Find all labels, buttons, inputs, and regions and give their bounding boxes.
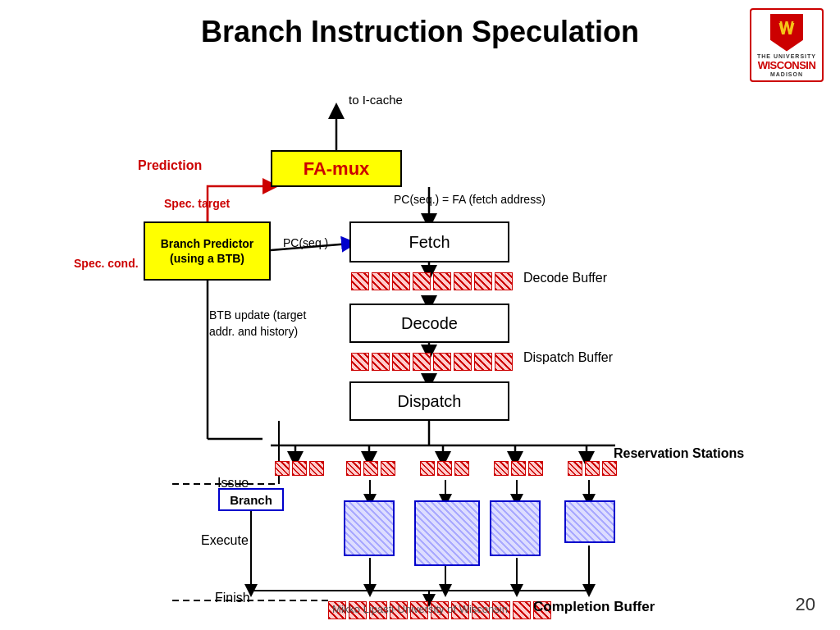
decode-buffer-label: Decode Buffer (523, 271, 607, 285)
decode-box: Decode (349, 304, 509, 343)
decode-buffer-cell (474, 272, 492, 290)
rs-cell (381, 461, 395, 476)
dispatch-buffer-cell (495, 353, 513, 371)
rs-cell (292, 461, 307, 476)
shield-icon: W (770, 14, 803, 52)
completion-buffer-label: Completion Buffer (533, 599, 655, 615)
rs-group-5 (568, 461, 617, 476)
btb-update-label: BTB update (target addr. and history) (209, 308, 316, 340)
decode-buffer-cell (495, 272, 513, 290)
rs-cell (346, 461, 361, 476)
execute-box-2 (414, 500, 480, 566)
dispatch-buffer-cell (474, 353, 492, 371)
rs-group-4 (494, 461, 543, 476)
decode-buffer-cell (433, 272, 451, 290)
dispatch-buffer-cell (351, 353, 369, 371)
branch-box: Branch (218, 488, 284, 511)
dispatch-buffer-cell (392, 353, 410, 371)
logo-university-text: THE UNIVERSITY (757, 53, 816, 59)
rs-group-3 (420, 461, 469, 476)
dispatch-buffer-cell (454, 353, 472, 371)
footer-text: Mikko Lipasti-University of Wisconsin (332, 603, 508, 615)
execute-box-1 (344, 500, 395, 556)
rs-cell (511, 461, 526, 476)
rs-cell (494, 461, 509, 476)
to-icache-label: to I-cache (349, 93, 403, 107)
execute-box-3 (490, 500, 541, 556)
rs-cell (309, 461, 324, 476)
pc-seq-eq-label: PC(seq.) = FA (fetch address) (394, 193, 546, 206)
pc-seq-label: PC(seq.) (283, 236, 328, 249)
dispatch-buffer-cell (433, 353, 451, 371)
prediction-label: Prediction (138, 158, 202, 173)
rs-group-2 (346, 461, 395, 476)
rs-cell (437, 461, 452, 476)
rs-cell (528, 461, 543, 476)
comp-cell (513, 601, 531, 619)
slide: Branch Instruction Speculation W THE UNI… (0, 0, 840, 630)
execute-label: Execute (201, 533, 249, 548)
execute-box-4 (564, 500, 615, 543)
rs-cell (275, 461, 290, 476)
dispatch-box: Dispatch (349, 381, 509, 421)
rs-cell (454, 461, 469, 476)
diagram: to I-cache PC(seq.) = FA (fetch address)… (0, 62, 840, 619)
branch-predictor-box: Branch Predictor (using a BTB) (144, 221, 271, 281)
rs-cell (363, 461, 378, 476)
decode-buffer-cell (372, 272, 390, 290)
rs-cell (602, 461, 617, 476)
decode-buffer-cell (454, 272, 472, 290)
fa-mux-box: FA-mux (271, 150, 402, 187)
rs-cell (568, 461, 582, 476)
page-number: 20 (796, 594, 815, 615)
dispatch-buffer-label: Dispatch Buffer (523, 350, 613, 365)
dispatch-buffer-cell (413, 353, 431, 371)
dispatch-buffer-cell (372, 353, 390, 371)
slide-title: Branch Instruction Speculation (0, 0, 840, 49)
reservation-stations-label: Reservation Stations (614, 445, 744, 463)
spec-target-label: Spec. target (164, 197, 230, 210)
decode-buffer-cell (351, 272, 369, 290)
decode-buffer-cell (392, 272, 410, 290)
rs-cell (585, 461, 600, 476)
dispatch-buffer-row (351, 353, 513, 371)
rs-group-1 (275, 461, 324, 476)
finish-label: Finish (215, 591, 250, 605)
spec-cond-label: Spec. cond. (74, 257, 139, 270)
rs-cell (420, 461, 435, 476)
fetch-box: Fetch (349, 221, 509, 262)
decode-buffer-row (351, 272, 513, 290)
decode-buffer-cell (413, 272, 431, 290)
